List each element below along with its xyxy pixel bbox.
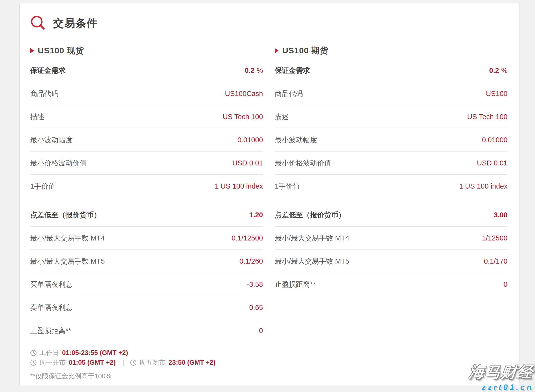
row-value: 3.00 bbox=[494, 210, 507, 219]
row-label: 买单隔夜利息 bbox=[30, 280, 73, 289]
margin-unit: % bbox=[257, 67, 263, 74]
margin-value: 0.2 bbox=[245, 67, 254, 74]
row-mt5-lots: 最小/最大交易手数 MT5 0.1/260 bbox=[30, 250, 263, 273]
page-title-row: 交易条件 bbox=[30, 15, 507, 31]
margin-value: 0.2 bbox=[489, 67, 499, 74]
row-min-fluctuation: 最小波动幅度 0.01000 bbox=[30, 128, 263, 152]
row-label: 1手价值 bbox=[275, 182, 300, 191]
separator: | bbox=[122, 359, 124, 366]
row-label: 保证金需求 bbox=[275, 66, 310, 75]
row-description: 描述 US Tech 100 bbox=[30, 105, 263, 128]
futures-column-header[interactable]: US100 期货 bbox=[275, 45, 507, 56]
workday-time: 01:05-23:55 (GMT +2) bbox=[62, 349, 128, 357]
row-label: 最小/最大交易手数 MT4 bbox=[30, 234, 105, 242]
spot-column: US100 现货 保证金需求 0.2% 商品代码 US100Cash 描述 US… bbox=[30, 45, 263, 342]
row-value: US100 bbox=[486, 89, 507, 98]
spot-column-title: US100 现货 bbox=[38, 45, 84, 56]
spot-column-header[interactable]: US100 现货 bbox=[30, 45, 263, 56]
monday-open-label: 周一开市 bbox=[39, 358, 66, 367]
trading-hours-workday: 工作日 01:05-23:55 (GMT +2) bbox=[30, 348, 507, 357]
row-label: 止盈损距离** bbox=[275, 280, 316, 289]
clock-icon bbox=[30, 359, 37, 366]
margin-footnote: **仅限保证金比例高于100% bbox=[30, 372, 507, 381]
row-stop-distance: 止盈损距离** 0 bbox=[275, 273, 507, 296]
row-description: 描述 US Tech 100 bbox=[275, 105, 507, 128]
clock-icon bbox=[30, 350, 37, 356]
row-label: 止盈损距离** bbox=[30, 326, 71, 335]
row-label: 描述 bbox=[275, 112, 289, 121]
row-tick-value: 最小价格波动价值 USD 0.01 bbox=[275, 152, 507, 175]
row-value: 0.2% bbox=[245, 66, 263, 75]
row-value: US Tech 100 bbox=[223, 112, 263, 121]
row-value: 1 US 100 index bbox=[215, 182, 263, 191]
page-title: 交易条件 bbox=[53, 16, 98, 30]
triangle-marker-icon bbox=[275, 48, 279, 53]
row-label: 最小价格波动价值 bbox=[30, 159, 87, 167]
futures-trading-section: 点差低至（报价货币） 3.00 最小/最大交易手数 MT4 1/12500 最小… bbox=[275, 203, 507, 296]
row-value: 0 bbox=[504, 280, 507, 289]
row-label: 点差低至（报价货币） bbox=[275, 210, 345, 219]
row-margin-requirement: 保证金需求 0.2% bbox=[275, 59, 507, 82]
row-label: 商品代码 bbox=[30, 89, 58, 98]
row-label: 最小/最大交易手数 MT5 bbox=[275, 257, 349, 266]
margin-unit: % bbox=[501, 67, 507, 74]
row-label: 商品代码 bbox=[275, 89, 303, 98]
row-value: 0.1/170 bbox=[484, 257, 507, 266]
row-value: 1/12500 bbox=[482, 234, 507, 242]
friday-close-label: 周五闭市 bbox=[139, 358, 166, 367]
friday-close-time: 23:50 (GMT +2) bbox=[169, 359, 216, 366]
row-value: USD 0.01 bbox=[477, 159, 507, 167]
row-spread: 点差低至（报价货币） 3.00 bbox=[275, 203, 507, 227]
row-margin-requirement: 保证金需求 0.2% bbox=[30, 59, 263, 82]
row-label: 描述 bbox=[30, 112, 44, 121]
search-icon bbox=[30, 15, 46, 31]
spot-trading-section: 点差低至（报价货币） 1.20 最小/最大交易手数 MT4 0.1/12500 … bbox=[30, 203, 263, 342]
row-label: 点差低至（报价货币） bbox=[30, 210, 101, 219]
row-value: 0.1/12500 bbox=[232, 234, 263, 242]
row-label: 最小/最大交易手数 MT5 bbox=[30, 257, 105, 266]
futures-column: US100 期货 保证金需求 0.2% 商品代码 US100 描述 US Tec… bbox=[275, 45, 507, 342]
row-lot-value: 1手价值 1 US 100 index bbox=[275, 175, 507, 198]
row-symbol: 商品代码 US100 bbox=[275, 82, 507, 105]
futures-specs-section: 保证金需求 0.2% 商品代码 US100 描述 US Tech 100 最小波… bbox=[275, 59, 507, 198]
row-min-fluctuation: 最小波动幅度 0.01000 bbox=[275, 128, 507, 152]
page: 交易条件 US100 现货 保证金需求 0.2% 商品代码 US100Cash bbox=[0, 0, 535, 392]
row-label: 1手价值 bbox=[30, 182, 55, 191]
trading-hours-open-close: 周一开市 01:05 (GMT +2) | 周五闭市 23:50 (GMT +2… bbox=[30, 358, 507, 367]
row-swap-long: 买单隔夜利息 -3.58 bbox=[30, 273, 263, 296]
row-value: 0.65 bbox=[249, 303, 263, 312]
row-tick-value: 最小价格波动价值 USD 0.01 bbox=[30, 152, 263, 175]
row-value: 0.2% bbox=[489, 66, 507, 75]
futures-column-title: US100 期货 bbox=[282, 45, 328, 56]
monday-open-time: 01:05 (GMT +2) bbox=[69, 359, 116, 366]
row-value: 1 US 100 index bbox=[459, 182, 507, 191]
row-symbol: 商品代码 US100Cash bbox=[30, 82, 263, 105]
row-swap-short: 卖单隔夜利息 0.65 bbox=[30, 296, 263, 319]
row-label: 最小/最大交易手数 MT4 bbox=[275, 234, 349, 242]
row-mt4-lots: 最小/最大交易手数 MT4 1/12500 bbox=[275, 227, 507, 250]
trading-conditions-card: 交易条件 US100 现货 保证金需求 0.2% 商品代码 US100Cash bbox=[19, 3, 519, 386]
row-label: 保证金需求 bbox=[30, 66, 66, 75]
workday-label: 工作日 bbox=[39, 348, 59, 357]
row-label: 卖单隔夜利息 bbox=[30, 303, 73, 312]
row-value: -3.58 bbox=[247, 280, 263, 289]
row-spread: 点差低至（报价货币） 1.20 bbox=[30, 203, 263, 227]
triangle-marker-icon bbox=[30, 48, 34, 53]
row-label: 最小价格波动价值 bbox=[275, 159, 331, 167]
row-mt4-lots: 最小/最大交易手数 MT4 0.1/12500 bbox=[30, 227, 263, 250]
conditions-columns: US100 现货 保证金需求 0.2% 商品代码 US100Cash 描述 US… bbox=[30, 45, 507, 342]
trading-hours: 工作日 01:05-23:55 (GMT +2) 周一开市 01:05 (GMT… bbox=[30, 348, 507, 367]
row-value: 0.01000 bbox=[482, 135, 507, 144]
row-value: US Tech 100 bbox=[467, 112, 507, 121]
row-value: 0.01000 bbox=[237, 135, 263, 144]
row-label: 最小波动幅度 bbox=[275, 135, 317, 144]
row-value: 0 bbox=[259, 326, 263, 335]
clock-icon bbox=[130, 359, 137, 366]
spot-specs-section: 保证金需求 0.2% 商品代码 US100Cash 描述 US Tech 100… bbox=[30, 59, 263, 198]
row-stop-distance: 止盈损距离** 0 bbox=[30, 319, 263, 342]
row-value: USD 0.01 bbox=[232, 159, 263, 167]
row-mt5-lots: 最小/最大交易手数 MT5 0.1/170 bbox=[275, 250, 507, 273]
row-label: 最小波动幅度 bbox=[30, 135, 73, 144]
row-value: 1.20 bbox=[249, 210, 263, 219]
row-lot-value: 1手价值 1 US 100 index bbox=[30, 175, 263, 198]
